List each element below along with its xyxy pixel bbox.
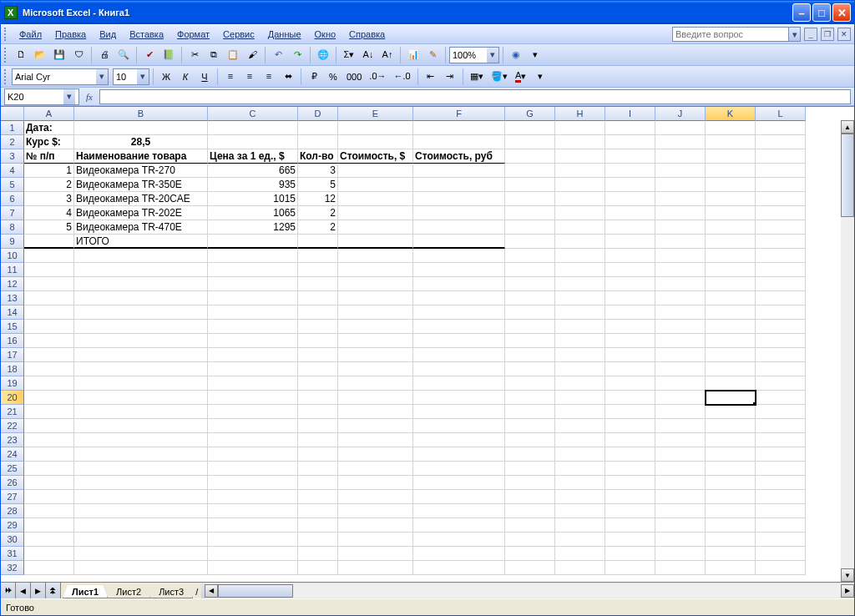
cell-F23[interactable]: [413, 433, 505, 447]
cell-C8[interactable]: 1295: [208, 220, 298, 235]
spelling-button[interactable]: ✔: [140, 46, 159, 64]
col-header-E[interactable]: E: [338, 107, 413, 121]
cell-J26[interactable]: [655, 476, 706, 490]
row-header-12[interactable]: 12: [1, 277, 24, 291]
cell-H32[interactable]: [555, 561, 605, 575]
row-header-25[interactable]: 25: [1, 462, 24, 476]
toolbar-standard-grip[interactable]: [4, 48, 9, 63]
cell-A15[interactable]: [24, 320, 74, 334]
cell-J28[interactable]: [655, 504, 706, 518]
horizontal-scroll-thumb[interactable]: [218, 584, 293, 598]
cell-B29[interactable]: [74, 518, 208, 533]
cell-E23[interactable]: [338, 433, 413, 447]
cell-C18[interactable]: [208, 362, 298, 376]
cell-B27[interactable]: [74, 490, 208, 504]
cell-F29[interactable]: [413, 518, 505, 533]
cell-H6[interactable]: [555, 192, 605, 206]
cell-D17[interactable]: [298, 348, 338, 362]
cell-L5[interactable]: [756, 178, 806, 192]
cell-C15[interactable]: [208, 320, 298, 334]
cell-E20[interactable]: [338, 391, 413, 405]
cell-A7[interactable]: 4: [24, 206, 74, 220]
cell-G21[interactable]: [505, 405, 555, 419]
row-header-27[interactable]: 27: [1, 490, 24, 504]
grid[interactable]: ABCDEFGHIJKL1Дата:2Курс $:28,53№ п/пНаим…: [1, 106, 854, 582]
cell-K31[interactable]: [706, 547, 756, 561]
cell-E1[interactable]: [338, 121, 413, 135]
cell-B17[interactable]: [74, 348, 208, 362]
row-header-26[interactable]: 26: [1, 476, 24, 490]
cell-J15[interactable]: [655, 320, 706, 334]
cell-D9[interactable]: [298, 235, 338, 249]
help-search-arrow[interactable]: ▾: [789, 27, 801, 42]
drawing-button[interactable]: ✎: [423, 46, 442, 64]
cell-E26[interactable]: [338, 476, 413, 490]
font-color-button[interactable]: A▾: [512, 68, 530, 86]
row-header-14[interactable]: 14: [1, 305, 24, 320]
cell-A8[interactable]: 5: [24, 220, 74, 235]
cell-F18[interactable]: [413, 362, 505, 376]
cell-J19[interactable]: [655, 376, 706, 391]
toolbar-formatting-grip[interactable]: [4, 69, 9, 84]
cell-I16[interactable]: [605, 334, 655, 348]
cell-F20[interactable]: [413, 391, 505, 405]
cell-A17[interactable]: [24, 348, 74, 362]
cell-D31[interactable]: [298, 547, 338, 561]
borders-button[interactable]: ▦▾: [467, 68, 487, 86]
cell-B5[interactable]: Видеокамера TR-350E: [74, 178, 208, 192]
cell-A1[interactable]: Дата:: [24, 121, 74, 135]
row-header-18[interactable]: 18: [1, 362, 24, 376]
cell-B24[interactable]: [74, 447, 208, 462]
cell-J3[interactable]: [655, 149, 706, 164]
cell-K22[interactable]: [706, 419, 756, 433]
cell-E13[interactable]: [338, 291, 413, 305]
font-arrow[interactable]: ▾: [96, 69, 108, 84]
currency-button[interactable]: ₽: [305, 68, 323, 86]
cell-K23[interactable]: [706, 433, 756, 447]
doc-minimize-button[interactable]: _: [804, 28, 817, 41]
cell-L4[interactable]: [756, 164, 806, 178]
col-header-C[interactable]: C: [208, 107, 298, 121]
cell-B15[interactable]: [74, 320, 208, 334]
font-combo[interactable]: ▾: [12, 68, 109, 85]
cell-H23[interactable]: [555, 433, 605, 447]
cell-F22[interactable]: [413, 419, 505, 433]
cell-A22[interactable]: [24, 419, 74, 433]
help-button[interactable]: ◉: [507, 46, 525, 64]
cell-L31[interactable]: [756, 547, 806, 561]
cell-D1[interactable]: [298, 121, 338, 135]
cell-J9[interactable]: [655, 235, 706, 249]
menu-data[interactable]: Данные: [261, 28, 308, 41]
cell-L7[interactable]: [756, 206, 806, 220]
cell-E7[interactable]: [338, 206, 413, 220]
zoom-input[interactable]: [450, 48, 487, 63]
cell-J13[interactable]: [655, 291, 706, 305]
cell-F21[interactable]: [413, 405, 505, 419]
paste-button[interactable]: 📋: [224, 46, 242, 64]
cell-K3[interactable]: [706, 149, 756, 164]
menu-window[interactable]: Окно: [308, 28, 343, 41]
cell-F7[interactable]: [413, 206, 505, 220]
cell-B25[interactable]: [74, 462, 208, 476]
cell-A11[interactable]: [24, 263, 74, 277]
cell-I8[interactable]: [605, 220, 655, 235]
cell-J17[interactable]: [655, 348, 706, 362]
cell-J23[interactable]: [655, 433, 706, 447]
cell-L1[interactable]: [756, 121, 806, 135]
cell-D15[interactable]: [298, 320, 338, 334]
cell-B31[interactable]: [74, 547, 208, 561]
cell-K9[interactable]: [706, 235, 756, 249]
cell-I18[interactable]: [605, 362, 655, 376]
cell-L3[interactable]: [756, 149, 806, 164]
cell-F4[interactable]: [413, 164, 505, 178]
cell-L21[interactable]: [756, 405, 806, 419]
print-preview-button[interactable]: 🔍: [114, 46, 133, 64]
cell-A14[interactable]: [24, 305, 74, 320]
cell-K27[interactable]: [706, 490, 756, 504]
fontsize-input[interactable]: [114, 69, 137, 84]
cell-G9[interactable]: [505, 235, 555, 249]
cell-G24[interactable]: [505, 447, 555, 462]
cell-A25[interactable]: [24, 462, 74, 476]
percent-button[interactable]: %: [324, 68, 342, 86]
cell-D21[interactable]: [298, 405, 338, 419]
